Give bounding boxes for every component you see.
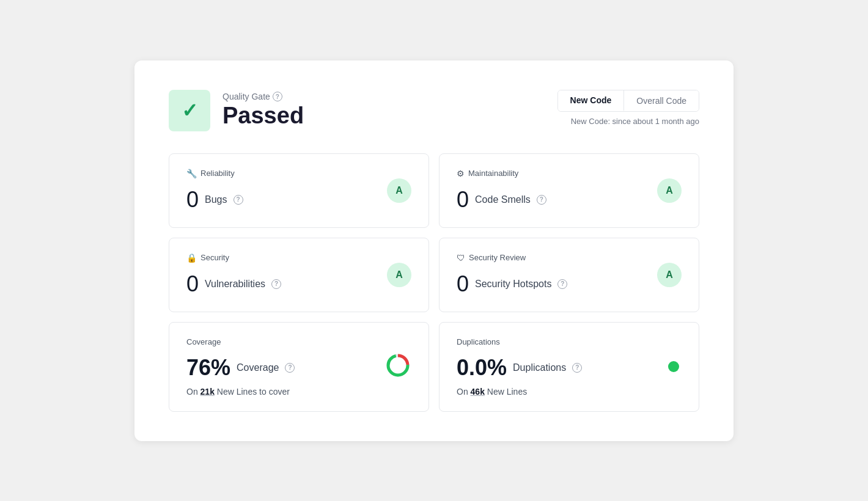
security-review-icon: 🛡 (457, 253, 465, 263)
coverage-sub: On 21k New Lines to cover (186, 387, 411, 397)
security-header: 🔒 Security (186, 253, 411, 263)
coverage-sub-before: On (186, 387, 200, 397)
coverage-pct: 76% (186, 355, 230, 381)
reliability-count: 0 (186, 187, 199, 213)
new-code-info: New Code: since about 1 month ago (571, 117, 699, 126)
quality-gate-help-icon[interactable]: ? (273, 92, 282, 101)
duplications-card: Duplications 0.0% Duplications ? On 46k … (439, 322, 699, 412)
coverage-value-row: 76% Coverage ? (186, 355, 411, 381)
check-icon: ✓ (182, 99, 198, 122)
maintainability-header: ⚙ Maintainability (457, 169, 682, 178)
security-value-row: 0 Vulnerabilities ? (186, 271, 411, 297)
security-review-value-row: 0 Security Hotspots ? (457, 271, 682, 297)
security-label: Vulnerabilities (205, 279, 265, 290)
header: ✓ Quality Gate ? Passed New Code Overall… (169, 90, 699, 131)
new-code-tab[interactable]: New Code (558, 90, 625, 111)
overall-code-tab[interactable]: Overall Code (624, 90, 699, 111)
reliability-title: Reliability (200, 169, 235, 178)
reliability-grade: A (387, 178, 411, 203)
reliability-help-icon[interactable]: ? (234, 195, 243, 205)
header-right: New Code Overall Code New Code: since ab… (557, 90, 699, 126)
security-review-label: Security Hotspots (475, 279, 551, 290)
reliability-label: Bugs (205, 194, 227, 205)
reliability-header: 🔧 Reliability (186, 169, 411, 178)
coverage-new-lines: 21k (200, 387, 215, 397)
coverage-header: Coverage (186, 337, 411, 346)
duplications-dot (668, 361, 679, 372)
maintainability-count: 0 (457, 187, 469, 213)
security-review-title: Security Review (469, 253, 526, 262)
security-review-help-icon[interactable]: ? (557, 279, 567, 289)
reliability-value-row: 0 Bugs ? (186, 187, 411, 213)
coverage-card: Coverage 76% Coverage ? On 21k New Lines… (169, 322, 429, 412)
security-card: 🔒 Security 0 Vulnerabilities ? A (169, 238, 429, 312)
maintainability-grade: A (657, 178, 682, 203)
coverage-help-icon[interactable]: ? (285, 363, 295, 373)
security-review-card: 🛡 Security Review 0 Security Hotspots ? … (439, 238, 699, 312)
check-box: ✓ (169, 90, 210, 131)
main-card: ✓ Quality Gate ? Passed New Code Overall… (134, 60, 734, 441)
security-help-icon[interactable]: ? (271, 279, 281, 289)
duplications-help-icon[interactable]: ? (572, 363, 582, 373)
security-review-count: 0 (457, 271, 469, 297)
quality-gate-left: ✓ Quality Gate ? Passed (169, 90, 304, 131)
coverage-title: Coverage (186, 337, 221, 346)
passed-text: Passed (223, 103, 304, 129)
duplications-sub: On 46k New Lines (457, 387, 682, 397)
security-icon: 🔒 (186, 253, 197, 263)
maintainability-icon: ⚙ (457, 169, 465, 178)
maintainability-label: Code Smells (475, 194, 531, 205)
maintainability-value-row: 0 Code Smells ? (457, 187, 682, 213)
maintainability-card: ⚙ Maintainability 0 Code Smells ? A (439, 153, 699, 228)
duplications-title: Duplications (457, 337, 500, 346)
maintainability-title: Maintainability (468, 169, 518, 178)
quality-gate-text: Quality Gate ? Passed (223, 92, 304, 129)
security-grade: A (387, 263, 411, 287)
quality-gate-label: Quality Gate ? (223, 92, 304, 101)
duplications-value-row: 0.0% Duplications ? (457, 355, 682, 381)
coverage-sub-after: New Lines to cover (215, 387, 290, 397)
maintainability-help-icon[interactable]: ? (537, 195, 546, 205)
security-review-grade: A (657, 263, 682, 287)
reliability-card: 🔧 Reliability 0 Bugs ? A (169, 153, 429, 228)
duplications-sub-after: New Lines (485, 387, 527, 397)
duplications-label: Duplications (513, 362, 566, 373)
reliability-icon: 🔧 (186, 169, 197, 178)
coverage-donut-chart (384, 352, 411, 379)
duplications-new-lines: 46k (471, 387, 485, 397)
duplications-header: Duplications (457, 337, 682, 346)
metrics-grid: 🔧 Reliability 0 Bugs ? A ⚙ Maintainabili… (169, 153, 699, 412)
code-tab-group: New Code Overall Code (557, 90, 699, 112)
duplications-sub-before: On (457, 387, 471, 397)
security-title: Security (200, 253, 229, 262)
duplications-pct: 0.0% (457, 355, 507, 381)
security-count: 0 (186, 271, 199, 297)
coverage-donut-container (384, 352, 411, 381)
coverage-label: Coverage (237, 362, 279, 373)
security-review-header: 🛡 Security Review (457, 253, 682, 263)
